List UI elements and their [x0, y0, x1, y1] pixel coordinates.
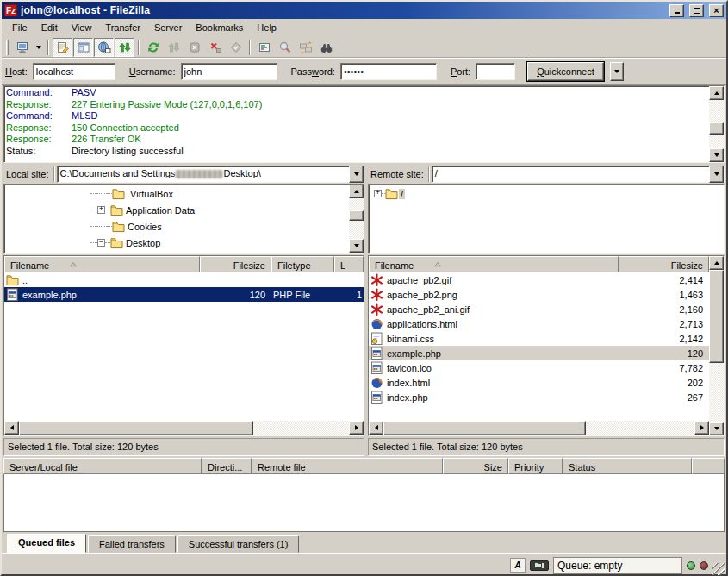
menu-bookmarks[interactable]: Bookmarks [189, 21, 250, 34]
scroll-down-button[interactable] [709, 148, 724, 162]
file-row-favicon.ico[interactable]: favicon.ico7,782 [369, 360, 709, 375]
collapse-icon[interactable]: − [97, 239, 105, 247]
scroll-thumb[interactable] [709, 270, 724, 363]
synchronized-browsing-button[interactable] [296, 38, 315, 57]
expand-icon[interactable]: + [97, 206, 105, 214]
remote-vertical-scrollbar[interactable] [709, 256, 724, 435]
window-title: john@localhost - FileZilla [21, 4, 664, 16]
file-row-..[interactable]: .. [4, 272, 364, 287]
column-header-filesize[interactable]: Filesize [619, 256, 709, 272]
queue-column-remote-file[interactable]: Remote file [252, 458, 443, 474]
scroll-down-button[interactable] [709, 422, 724, 435]
directory-comparison-button[interactable] [316, 38, 336, 57]
column-header-filename[interactable]: Filename [4, 256, 200, 272]
menu-server[interactable]: Server [147, 21, 189, 34]
disconnect-button[interactable] [205, 38, 225, 57]
scroll-left-button[interactable] [369, 421, 383, 435]
tree-item-cookies[interactable]: Cookies [4, 218, 349, 235]
tab-failed-transfers[interactable]: Failed transfers [88, 535, 176, 553]
file-row-bitnami.css[interactable]: bitnami.css2,142 [369, 331, 709, 346]
remote-site-dropdown[interactable] [709, 166, 724, 183]
arrow-left-icon [10, 425, 14, 430]
toggle-message-log-button[interactable] [53, 38, 72, 57]
queue-column-server-local-file[interactable]: Server/Local file [3, 458, 202, 474]
local-site-dropdown[interactable] [349, 166, 364, 183]
queue-column-directi-[interactable]: Directi... [202, 458, 252, 474]
host-input[interactable] [33, 63, 115, 80]
queue-column-status[interactable]: Status [563, 458, 692, 474]
file-modified: 1 [334, 290, 364, 300]
file-size: 202 [619, 378, 709, 388]
tree-item--virtualbox[interactable]: .VirtualBox [4, 185, 349, 202]
scroll-up-button[interactable] [349, 185, 364, 198]
toggle-transfer-queue-button[interactable] [115, 38, 134, 57]
file-row-applications.html[interactable]: applications.html2,713 [369, 316, 709, 331]
column-header-l[interactable]: L [334, 256, 364, 272]
refresh-button[interactable] [143, 38, 163, 57]
file-row-apache-pb2-ani.gif[interactable]: apache_pb2_ani.gif2,160 [369, 302, 709, 316]
menu-edit[interactable]: Edit [34, 21, 65, 34]
data-type-indicator[interactable]: A [510, 558, 526, 573]
toggle-local-tree-button[interactable] [73, 38, 93, 57]
process-queue-button[interactable] [164, 38, 184, 57]
tab-successful-transfers-1-[interactable]: Successful transfers (1) [177, 535, 300, 553]
remote-site-combobox[interactable]: / [432, 166, 725, 183]
data-type-label: A [514, 560, 520, 570]
filter-button[interactable] [254, 38, 274, 57]
local-horizontal-scrollbar[interactable] [4, 421, 364, 435]
tree-item-desktop[interactable]: −Desktop [4, 235, 349, 251]
toggle-remote-tree-button[interactable] [94, 38, 114, 57]
minimize-button[interactable] [669, 4, 684, 17]
username-input[interactable] [181, 63, 277, 80]
column-header-filetype[interactable]: Filetype [271, 256, 334, 272]
scroll-right-button[interactable] [694, 421, 709, 435]
expand-icon[interactable]: + [374, 190, 382, 197]
local-site-combobox[interactable]: C:\Documents and SettingsDesktop\ [57, 166, 364, 183]
maximize-button[interactable] [689, 4, 704, 17]
scroll-left-button[interactable] [4, 421, 19, 435]
file-row-index.html[interactable]: index.html202 [369, 375, 709, 390]
tab-queued-files[interactable]: Queued files [7, 534, 86, 553]
menu-view[interactable]: View [65, 21, 99, 34]
file-name: favicon.ico [387, 363, 432, 373]
password-input[interactable] [340, 63, 437, 80]
speed-limits-icon[interactable] [530, 560, 549, 571]
port-input[interactable] [476, 63, 515, 80]
log-vertical-scrollbar[interactable] [709, 86, 724, 162]
quickconnect-dropdown[interactable] [610, 62, 624, 81]
tree-item-root[interactable]: +/ [369, 185, 724, 202]
scroll-thumb[interactable] [349, 210, 364, 221]
file-row-apache-pb2.gif[interactable]: apache_pb2.gif2,414 [369, 272, 709, 287]
scroll-up-button[interactable] [709, 86, 724, 100]
file-row-apache-pb2.png[interactable]: apache_pb2.png1,463 [369, 287, 709, 302]
scroll-down-button[interactable] [349, 239, 364, 253]
scroll-thumb[interactable] [383, 421, 586, 435]
resize-grip[interactable] [712, 563, 725, 575]
menu-transfer[interactable]: Transfer [98, 21, 147, 34]
reconnect-button[interactable] [226, 38, 246, 57]
scroll-thumb[interactable] [709, 122, 724, 135]
site-manager-button[interactable] [12, 38, 32, 57]
menu-help[interactable]: Help [250, 21, 283, 34]
cancel-operation-button[interactable] [184, 38, 204, 57]
scroll-right-button[interactable] [349, 421, 364, 435]
menu-file[interactable]: File [5, 21, 34, 34]
column-header-filesize[interactable]: Filesize [200, 256, 271, 272]
close-button[interactable]: × [709, 4, 724, 17]
remote-horizontal-scrollbar[interactable] [369, 421, 709, 435]
file-name: index.php [387, 392, 428, 403]
queue-column-blank[interactable] [692, 458, 725, 474]
file-search-button[interactable] [275, 38, 295, 57]
scroll-up-button[interactable] [709, 256, 724, 270]
tree-item-application-data[interactable]: +Application Data [4, 202, 349, 218]
scroll-thumb[interactable] [19, 421, 253, 435]
column-header-filename[interactable]: Filename [369, 256, 619, 272]
file-row-index.php[interactable]: index.php267 [369, 390, 709, 404]
local-tree-scrollbar[interactable] [349, 185, 364, 253]
file-row-example.php[interactable]: example.php120 [369, 346, 709, 360]
file-row-example.php[interactable]: example.php120PHP File1 [4, 287, 364, 302]
quickconnect-button[interactable]: Quickconnect [527, 62, 604, 81]
queue-column-priority[interactable]: Priority [508, 458, 563, 474]
queue-column-size[interactable]: Size [443, 458, 508, 474]
site-manager-dropdown[interactable] [33, 38, 44, 57]
